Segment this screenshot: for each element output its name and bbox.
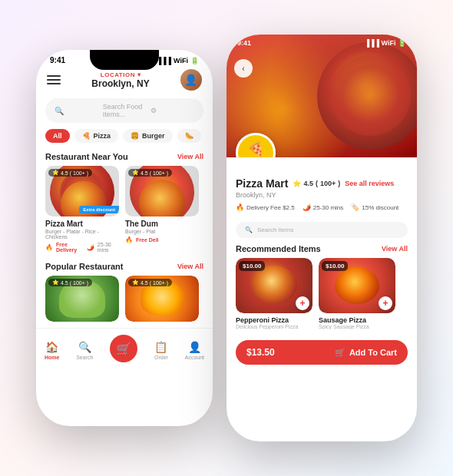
battery-icon: 🔋 (190, 57, 199, 64)
cart-fab-button[interactable]: 🛒 (110, 335, 137, 362)
categories-row: All 🍕 Pizza 🍔 Burger 🌭 (36, 129, 213, 149)
rec-view-all[interactable]: View All (382, 245, 408, 253)
bottom-nav-left: 🏠 Home 🔍 Search 🛒 📋 Order 👤 Account (36, 328, 213, 375)
rec-items-row: $10.00 + Pepperoni Pizza Delicious Peppe… (236, 258, 408, 329)
restaurant-card-pizza-mart[interactable]: ⭐ 4.5 (100+) Extra discount Pizza Mart B… (45, 166, 119, 253)
nav-search[interactable]: 🔍 Search (76, 341, 93, 360)
delivery-time-info: 🌶️ 25-30 mins (303, 203, 344, 211)
menu-button[interactable] (47, 75, 61, 84)
pizza-mart-image: ⭐ 4.5 (100+) Extra discount (45, 166, 119, 217)
pepperoni-add-button[interactable]: + (296, 296, 309, 310)
sausage-add-button[interactable]: + (379, 296, 392, 310)
order-icon: 📋 (154, 341, 167, 353)
pepperoni-price: $10.00 (239, 261, 265, 271)
right-restaurant-name: Pizza Mart (236, 177, 288, 190)
right-search-icon: 🔍 (245, 226, 253, 233)
cart-bar[interactable]: $13.50 🛒 Add To Cart (236, 340, 408, 365)
nearby-title: Restaurant Near You (45, 152, 128, 161)
rec-title: Recommended Items (236, 244, 321, 253)
popular-card-2[interactable]: ⭐ 4.5 (100+) (125, 276, 199, 322)
status-time-right: 9:41 (237, 39, 251, 47)
nav-cart[interactable]: 🛒 (110, 335, 137, 365)
pepperoni-image: $10.00 + (236, 258, 312, 313)
category-hotdog[interactable]: 🌭 (177, 129, 201, 143)
restaurant-title-row: Pizza Mart ⭐ 4.5 (100+) See all reviews (236, 177, 408, 190)
search-icon-left: 🔍 (55, 107, 98, 115)
popular-1-rating: ⭐ 4.5 (100+) (48, 279, 92, 286)
the-dum-info: 🔥 Free Deli (125, 236, 199, 243)
popular-img-1: ⭐ 4.5 (100+) (45, 276, 119, 322)
search-placeholder-left: Search Food Items... (103, 103, 147, 118)
nav-account[interactable]: 👤 Account (185, 341, 204, 360)
popular-view-all[interactable]: View All (177, 263, 203, 270)
pizza-mart-info: 🔥 Free Delivery 🌶️ 25-30 mins (45, 242, 119, 253)
right-search-bar[interactable]: 🔍 Search Items (236, 222, 408, 238)
search-bar-left[interactable]: 🔍 Search Food Items... ⚙ (45, 98, 203, 123)
home-icon: 🏠 (45, 341, 58, 353)
location-label: LOCATION ▾ (91, 71, 149, 78)
nav-home-label: Home (45, 355, 59, 360)
pizza-mart-sub: Burger - Platar - Rice - Chickens (45, 229, 119, 240)
status-icons-left: ▐▐▐ WiFi 🔋 (157, 57, 199, 64)
discount-info: 🏷️ 15% discount (351, 203, 398, 211)
see-all-reviews[interactable]: See all reviews (345, 180, 394, 187)
rec-header: Recommended Items View All (236, 244, 408, 253)
sausage-sub: Spicy Sausage Pizza (319, 324, 395, 329)
hero-pizza-image (317, 42, 417, 150)
nearby-restaurants: ⭐ 4.5 (100+) Extra discount Pizza Mart B… (36, 166, 213, 259)
popular-card-1[interactable]: ⭐ 4.5 (100+) (45, 276, 119, 322)
popular-title: Popular Restaurant (45, 262, 123, 271)
add-to-cart-button[interactable]: 🛒 Add To Cart (335, 348, 397, 358)
nav-account-label: Account (185, 355, 204, 360)
status-time-left: 9:41 (50, 56, 65, 64)
filter-icon[interactable]: ⚙ (150, 107, 194, 114)
back-button[interactable]: ‹ (234, 59, 253, 78)
popular-2-rating: ⭐ 4.5 (100+) (128, 279, 172, 286)
category-burger[interactable]: 🍔 Burger (123, 129, 173, 143)
recommended-section: Recommended Items View All $10.00 + Pepp… (226, 244, 417, 334)
extra-discount-badge: Extra discount (79, 206, 119, 213)
sausage-image: $10.00 + (319, 258, 395, 313)
nav-order[interactable]: 📋 Order (154, 341, 168, 360)
restaurant-card-the-dum[interactable]: ⭐ 4.5 (100+) The Dum Burger - Plat 🔥 Fre… (125, 166, 199, 253)
left-phone: 9:41 ▐▐▐ WiFi 🔋 LOCATION ▾ Brooklyn, NY … (36, 50, 213, 426)
pepperoni-name: Pepperoni Pizza (236, 316, 312, 324)
pizza-mart-name: Pizza Mart (45, 220, 119, 228)
popular-restaurants: ⭐ 4.5 (100+) ⭐ 4.5 (100+) (36, 276, 213, 322)
rec-card-sausage[interactable]: $10.00 + Sausage Pizza Spicy Sausage Piz… (319, 258, 395, 329)
popular-header: Popular Restaurant View All (36, 259, 213, 276)
nav-search-icon: 🔍 (78, 341, 91, 353)
nearby-view-all[interactable]: View All (177, 153, 203, 160)
nav-home[interactable]: 🏠 Home (45, 341, 59, 360)
cart-label: Add To Cart (349, 348, 397, 357)
category-all[interactable]: All (45, 129, 70, 143)
right-phone: 9:41 ▐▐▐ WiFi 🔋 ‹ 🍕 Pizza Mart Pizza Mar… (226, 35, 417, 441)
pepperoni-sub: Delicious Pepperoni Pizza (236, 324, 312, 329)
nav-order-label: Order (154, 355, 168, 360)
pizza-mart-delivery: Free Delivery (56, 242, 84, 253)
sausage-name: Sausage Pizza (319, 316, 395, 324)
location-value: Brooklyn, NY (91, 78, 149, 89)
the-dum-rating: ⭐ 4.5 (100+) (128, 169, 172, 177)
delivery-info-row: 🔥 Delivery Fee $2.5 🌶️ 25-30 mins 🏷️ 15%… (236, 203, 408, 211)
left-header: LOCATION ▾ Brooklyn, NY 👤 (36, 66, 213, 95)
sausage-price: $10.00 (322, 261, 348, 271)
account-icon: 👤 (188, 341, 201, 353)
category-pizza[interactable]: 🍕 Pizza (74, 129, 119, 143)
restaurant-hero: 9:41 ▐▐▐ WiFi 🔋 ‹ 🍕 Pizza Mart (226, 35, 417, 157)
notch (90, 50, 159, 70)
pizza-mart-rating: ⭐ 4.5 (100+) (48, 169, 92, 177)
the-dum-sub: Burger - Plat (125, 229, 199, 234)
right-search-placeholder: Search Items (257, 226, 293, 233)
rec-card-pepperoni[interactable]: $10.00 + Pepperoni Pizza Delicious Peppe… (236, 258, 312, 329)
discount-icon: 🏷️ (351, 203, 359, 211)
restaurant-info: Pizza Mart ⭐ 4.5 (100+) See all reviews … (226, 157, 417, 217)
delivery-fee-info: 🔥 Delivery Fee $2.5 (236, 203, 295, 211)
popular-img-2: ⭐ 4.5 (100+) (125, 276, 199, 322)
location-display[interactable]: LOCATION ▾ Brooklyn, NY (91, 71, 149, 89)
the-dum-delivery: Free Deli (136, 237, 159, 243)
wifi-icon: WiFi (174, 57, 188, 64)
delivery-time-icon: 🌶️ (303, 203, 311, 211)
right-restaurant-rating: ⭐ 4.5 (100+) (293, 180, 340, 187)
avatar[interactable]: 👤 (180, 69, 202, 91)
